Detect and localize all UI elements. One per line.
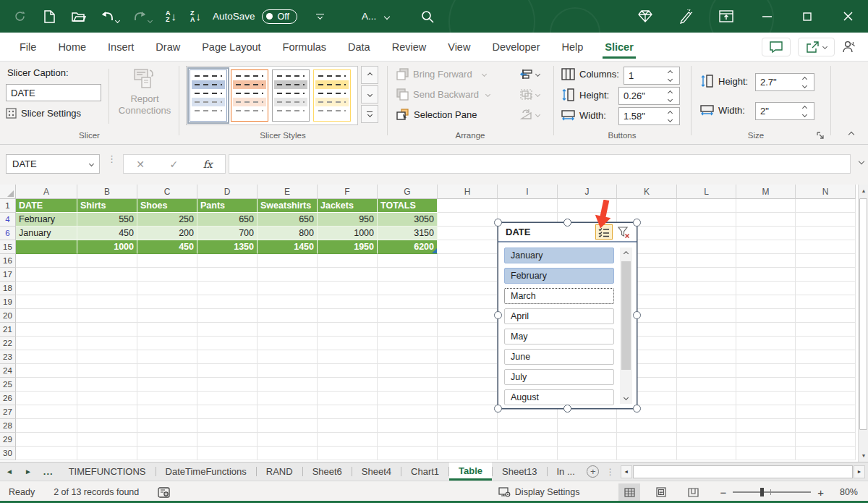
grid-cell[interactable] — [736, 447, 796, 460]
grid-cell[interactable] — [498, 199, 558, 213]
size-width-spinner[interactable]: 2" — [755, 102, 809, 120]
grid-cell[interactable] — [378, 282, 438, 295]
grid-cell[interactable] — [77, 433, 137, 447]
grid-cell[interactable] — [558, 419, 617, 433]
grid-cell[interactable] — [796, 392, 856, 405]
grid-cell[interactable] — [258, 295, 318, 309]
grid-cell[interactable] — [677, 433, 736, 447]
row-header-6[interactable]: 6 — [0, 227, 16, 240]
sort-za-icon[interactable]: ZA↓ — [190, 10, 201, 23]
row-header-17[interactable]: 17 — [0, 268, 16, 282]
column-header-d[interactable]: D — [197, 185, 258, 199]
grid-cell[interactable] — [16, 419, 77, 433]
grid-cell[interactable]: February — [16, 213, 77, 227]
grid-cell[interactable] — [796, 419, 856, 433]
grid-cell[interactable] — [677, 392, 736, 405]
grid-cell[interactable]: Jackets — [318, 199, 378, 213]
slicer-item-january[interactable]: January — [504, 248, 614, 263]
grid-cell[interactable]: Pants — [197, 199, 258, 213]
grid-cell[interactable] — [558, 447, 617, 460]
grid-cell[interactable] — [258, 268, 318, 282]
zoom-out-icon[interactable]: − — [720, 486, 726, 499]
grid-cell[interactable] — [498, 447, 558, 460]
grid-cell[interactable]: 6200 — [378, 240, 438, 254]
zoom-slider[interactable] — [733, 491, 811, 493]
grid-cell[interactable] — [736, 240, 796, 254]
grid-cell[interactable] — [197, 350, 258, 364]
page-layout-view-button[interactable] — [650, 483, 672, 501]
grid-cell[interactable] — [438, 282, 498, 295]
grid-cell[interactable] — [77, 419, 137, 433]
slicer-style-light-blue[interactable] — [190, 69, 227, 122]
row-header-18[interactable]: 18 — [0, 282, 16, 295]
grid-cell[interactable]: 1950 — [318, 240, 378, 254]
grid-cell[interactable] — [197, 254, 258, 268]
sheet-tab-overflow[interactable]: ... — [38, 462, 59, 481]
grid-cell[interactable]: 3050 — [378, 213, 438, 227]
grid-cell[interactable] — [378, 405, 438, 419]
grid-cell[interactable] — [197, 282, 258, 295]
grid-cell[interactable]: Shoes — [137, 199, 197, 213]
sheet-tab-timefunctions[interactable]: TIMEFUNCTIONS — [59, 462, 156, 481]
row-header-25[interactable]: 25 — [0, 378, 16, 392]
column-header-m[interactable]: M — [736, 185, 796, 199]
grid-cell[interactable] — [438, 378, 498, 392]
grid-cell[interactable] — [617, 433, 677, 447]
grid-cell[interactable] — [77, 447, 137, 460]
grid-cell[interactable] — [378, 254, 438, 268]
grid-cell[interactable] — [438, 309, 498, 323]
row-header-22[interactable]: 22 — [0, 337, 16, 350]
close-button[interactable] — [827, 0, 868, 33]
slicer-handle-bottom-left[interactable] — [494, 405, 502, 413]
grid-cell[interactable] — [258, 364, 318, 378]
vertical-scrollbar[interactable]: ▲ ▼ — [858, 185, 868, 462]
grid-cell[interactable]: Shirts — [77, 199, 137, 213]
sheet-tab-sheet6[interactable]: Sheet6 — [303, 462, 352, 481]
grid-cell[interactable] — [16, 350, 77, 364]
grid-cell[interactable] — [318, 309, 378, 323]
row-header-1[interactable]: 1 — [0, 199, 16, 213]
grid-cell[interactable] — [796, 378, 856, 392]
collapse-ribbon-icon[interactable] — [848, 132, 854, 138]
grid-cell[interactable]: January — [16, 227, 77, 240]
grid-cell[interactable] — [796, 364, 856, 378]
ribbon-tab-slicer[interactable]: Slicer — [594, 33, 644, 61]
grid-cell[interactable] — [318, 337, 378, 350]
grid-cell[interactable] — [438, 447, 498, 460]
grid-cell[interactable] — [137, 268, 197, 282]
grid-cell[interactable] — [796, 433, 856, 447]
grid-cell[interactable] — [796, 268, 856, 282]
sheet-tab-in[interactable]: In ... — [548, 462, 584, 481]
grid-cell[interactable] — [137, 378, 197, 392]
grid-cell[interactable]: 650 — [258, 213, 318, 227]
grid-cell[interactable] — [378, 295, 438, 309]
new-sheet-button[interactable]: + — [584, 462, 602, 481]
grid-cell[interactable] — [796, 309, 856, 323]
formula-bar-expand-chevron[interactable] — [859, 158, 864, 164]
column-header-a[interactable]: A — [16, 185, 77, 199]
button-width-spinner[interactable]: 1.58" — [618, 107, 675, 125]
zoom-percentage[interactable]: 80% — [830, 487, 858, 497]
slicer-handle-mid-right[interactable] — [633, 311, 641, 319]
row-header-21[interactable]: 21 — [0, 323, 16, 337]
hscroll-left-icon[interactable]: ◄ — [621, 465, 632, 478]
column-header-h[interactable]: H — [438, 185, 498, 199]
grid-cell[interactable]: 450 — [77, 227, 137, 240]
grid-cell[interactable] — [498, 419, 558, 433]
grid-cell[interactable] — [197, 309, 258, 323]
grid-cell[interactable] — [677, 364, 736, 378]
grid-cell[interactable] — [736, 199, 796, 213]
grid-cell[interactable] — [16, 254, 77, 268]
column-header-i[interactable]: I — [498, 185, 558, 199]
grid-cell[interactable] — [258, 337, 318, 350]
grid-cell[interactable]: DATE — [16, 199, 77, 213]
grid-cell[interactable] — [736, 433, 796, 447]
grid-cell[interactable] — [796, 295, 856, 309]
grid-cell[interactable] — [677, 447, 736, 460]
grid-cell[interactable] — [137, 337, 197, 350]
grid-cell[interactable] — [16, 433, 77, 447]
button-height-spin-arrows[interactable] — [668, 91, 675, 101]
slicer-handle-top-center[interactable] — [563, 219, 571, 227]
grid-cell[interactable] — [736, 350, 796, 364]
formula-bar-grip[interactable]: ⋮ — [107, 156, 116, 161]
